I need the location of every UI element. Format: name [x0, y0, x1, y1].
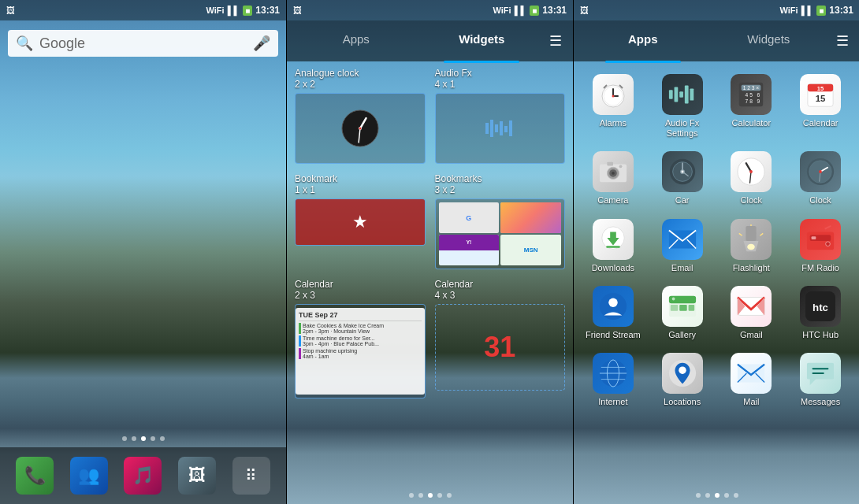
widget-calendar-2x3-label: Calendar 2 x 3 — [295, 279, 426, 301]
friendstream-icon — [593, 286, 634, 327]
status-left: 🖼 — [6, 6, 15, 15]
widget-calendar-4x3[interactable]: Calendar 4 x 3 31 — [435, 279, 566, 398]
dock-music[interactable]: 🎵 — [124, 457, 162, 495]
notification-icon-3: 🖼 — [580, 6, 589, 15]
app-fmradio[interactable]: FM Radio — [787, 214, 853, 278]
svg-point-73 — [826, 241, 831, 246]
clock2-label: Clock — [809, 195, 831, 206]
bookmark-preview: ★ — [295, 198, 426, 246]
svg-rect-81 — [688, 305, 694, 311]
widget-analogue-clock[interactable]: Analogue clock 2 x 2 — [295, 68, 426, 164]
app-clock-2[interactable]: Clock — [787, 146, 853, 210]
flashlight-label: Flashlight — [733, 263, 770, 273]
app-gmail[interactable]: Gmail — [719, 281, 785, 345]
dock-phone[interactable]: 📞 — [16, 457, 54, 495]
bookmarks-preview: G Y! MSN — [435, 198, 566, 269]
app-calculator[interactable]: 1 2 3 × 4 5 6 7 8 9 Calculator — [719, 69, 785, 143]
app-downloads[interactable]: Downloads — [580, 214, 646, 278]
status-bar-apps: 🖼 WiFi ▌▌ ■ 13:31 — [574, 0, 859, 20]
internet-svg — [598, 358, 628, 388]
mail-icon — [731, 353, 772, 394]
gmail-label: Gmail — [740, 330, 763, 340]
app-audiofx[interactable]: Audio Fx Settings — [649, 69, 716, 143]
dock-home: 📞 👥 🎵 🖼 ⠿ — [0, 447, 286, 504]
svg-point-82 — [671, 297, 675, 300]
svg-text:5: 5 — [750, 92, 753, 98]
svg-point-94 — [679, 366, 686, 374]
app-calendar[interactable]: 15 15 Calendar — [787, 69, 853, 143]
dock-allapps[interactable]: ⠿ — [232, 457, 270, 495]
time-display-apps: 13:31 — [829, 5, 853, 16]
tab-menu-icon-3[interactable]: ☰ — [831, 32, 853, 50]
friendstream-svg — [598, 291, 628, 321]
page-dots-apps — [574, 493, 859, 498]
search-bar[interactable]: 🔍 Google 🎤 — [8, 30, 278, 57]
widget-audio-fx-label: Audio Fx 4 x 1 — [435, 68, 566, 90]
calendar-content: TUE Sep 27 Bake Cookies & Make Ice Cream… — [296, 308, 425, 395]
app-flashlight[interactable]: Flashlight — [719, 214, 785, 278]
fmradio-svg — [805, 224, 835, 254]
audiofx-svg — [667, 80, 697, 109]
tab-apps[interactable]: Apps — [580, 19, 706, 63]
calc-svg: 1 2 3 × 4 5 6 7 8 9 — [736, 80, 766, 109]
app-internet[interactable]: Internet — [580, 348, 646, 412]
dot-1 — [122, 436, 127, 441]
tab-menu-icon[interactable]: ☰ — [545, 32, 567, 50]
internet-icon — [593, 353, 634, 394]
svg-text:9: 9 — [757, 98, 760, 104]
clock1-icon — [731, 151, 772, 192]
svg-rect-20 — [679, 91, 683, 98]
app-email[interactable]: Email — [649, 214, 716, 278]
tab-bar-apps: Apps Widgets ☰ — [574, 20, 859, 61]
time-display-widgets: 13:31 — [542, 5, 567, 16]
widgets-grid: Analogue clock 2 x 2 Audio Fx — [287, 61, 573, 405]
svg-text:8: 8 — [750, 98, 753, 104]
dot-a-1 — [696, 493, 701, 498]
app-htchub[interactable]: htc HTC Hub — [787, 281, 853, 345]
svg-rect-9 — [504, 126, 508, 132]
app-clock-1[interactable]: Clock — [719, 146, 785, 210]
gmail-icon — [731, 286, 772, 327]
car-icon — [662, 151, 703, 192]
camera-icon — [593, 151, 634, 192]
htchub-svg: htc — [805, 291, 835, 321]
app-camera[interactable]: Camera — [580, 146, 646, 210]
app-alarms[interactable]: Alarms — [580, 69, 646, 143]
mic-icon[interactable]: 🎤 — [253, 35, 270, 52]
dock-gallery[interactable]: 🖼 — [178, 457, 216, 495]
dot-a-5 — [734, 493, 738, 498]
clock2-svg — [805, 157, 835, 187]
app-locations[interactable]: Locations — [649, 348, 716, 412]
widget-audio-fx[interactable]: Audio Fx 4 x 1 — [435, 68, 566, 164]
svg-text:7: 7 — [746, 98, 749, 104]
locations-icon — [662, 353, 703, 394]
app-car[interactable]: Car — [649, 146, 716, 210]
clock1-label: Clock — [741, 195, 763, 206]
app-messages[interactable]: Messages — [787, 348, 853, 412]
signal-icon-3: ▌▌ — [801, 6, 814, 15]
bm-thumb-yahoo: Y! — [439, 235, 500, 265]
widget-bookmark[interactable]: Bookmark 1 x 1 ★ — [295, 173, 426, 269]
alarms-svg — [597, 79, 629, 110]
tab-widgets[interactable]: Widgets — [419, 19, 545, 63]
svg-line-74 — [825, 225, 831, 228]
tab-widgets-apps[interactable]: Widgets — [706, 19, 832, 63]
calendar-4x3-preview: 31 — [435, 304, 566, 391]
tab-apps-widgets[interactable]: Apps — [293, 19, 419, 63]
notification-icon-2: 🖼 — [293, 6, 302, 15]
calculator-label: Calculator — [732, 118, 772, 128]
status-right-3: WiFi ▌▌ ■ 13:31 — [780, 5, 853, 16]
calculator-icon: 1 2 3 × 4 5 6 7 8 9 — [731, 74, 772, 115]
app-mail[interactable]: Mail — [719, 348, 785, 412]
app-friendstream[interactable]: Friend Stream — [580, 281, 646, 345]
analogue-clock-preview — [295, 93, 426, 164]
gmail-svg — [736, 291, 766, 321]
app-gallery[interactable]: Gallery — [649, 281, 716, 345]
widget-bookmarks[interactable]: Bookmarks 3 x 2 G Y! — [435, 173, 566, 269]
mail-svg — [736, 358, 766, 388]
svg-text:6: 6 — [757, 92, 760, 98]
gallery-icon: 🖼 — [188, 465, 206, 486]
widget-calendar-2x3[interactable]: Calendar 2 x 3 TUE Sep 27 Bake Cookies &… — [295, 279, 426, 398]
dock-people[interactable]: 👥 — [70, 457, 108, 495]
panel-apps: 🖼 WiFi ▌▌ ■ 13:31 Apps Widgets ☰ — [574, 0, 859, 504]
